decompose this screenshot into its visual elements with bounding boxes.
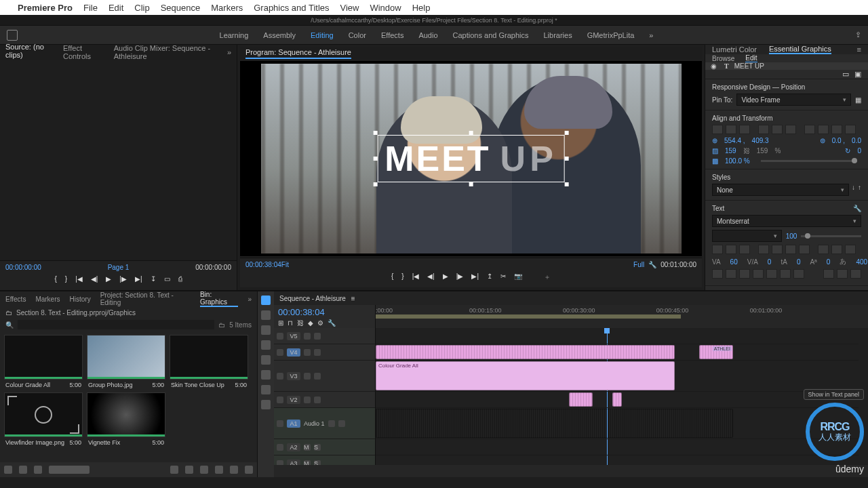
text-justify-icon[interactable] bbox=[758, 245, 769, 254]
sync-style-icon[interactable]: ↑ bbox=[858, 184, 861, 196]
extract-icon[interactable]: ✂ bbox=[500, 272, 506, 282]
new-item-icon[interactable] bbox=[230, 466, 238, 474]
track-select-tool-icon[interactable] bbox=[261, 310, 271, 320]
lift-icon[interactable]: ↥ bbox=[487, 272, 492, 282]
solo-icon[interactable] bbox=[338, 420, 345, 427]
in-out-range[interactable] bbox=[376, 314, 681, 319]
app-name[interactable]: Premiere Pro bbox=[18, 3, 73, 13]
menu-view[interactable]: View bbox=[340, 3, 359, 13]
program-fit[interactable]: Fit bbox=[281, 261, 289, 268]
smallcaps-icon[interactable] bbox=[753, 269, 764, 279]
text-align-center-icon[interactable] bbox=[726, 245, 736, 254]
group-icon[interactable]: ▣ bbox=[854, 70, 861, 79]
clip-v3[interactable]: Colour Grade All bbox=[376, 361, 675, 390]
track-a2[interactable]: A2MS bbox=[274, 439, 375, 455]
selection-tool-icon[interactable] bbox=[261, 296, 271, 305]
text-justify2-icon[interactable] bbox=[772, 245, 783, 254]
menu-file[interactable]: File bbox=[83, 3, 98, 13]
rot-val[interactable]: 0 bbox=[857, 147, 861, 155]
source-page[interactable]: Page 1 bbox=[108, 264, 130, 271]
faux-bold-icon[interactable] bbox=[712, 269, 723, 279]
export-frame-icon[interactable]: ⎙ bbox=[178, 275, 182, 283]
link-icon[interactable]: ⛓ bbox=[743, 147, 750, 155]
pin-target-icon[interactable]: ▦ bbox=[855, 96, 861, 104]
step-fwd-icon[interactable]: |▶ bbox=[119, 275, 127, 283]
tab-effect-controls[interactable]: Effect Controls bbox=[63, 44, 100, 60]
menu-graphics[interactable]: Graphics and Titles bbox=[254, 3, 329, 13]
list-view-icon[interactable] bbox=[4, 466, 12, 474]
baseline[interactable]: 0 bbox=[827, 258, 831, 266]
ltr-icon[interactable] bbox=[823, 269, 834, 279]
ws-color[interactable]: Color bbox=[349, 31, 366, 39]
track-v4[interactable]: V4 bbox=[274, 344, 375, 361]
pos-y[interactable]: 409.3 bbox=[752, 137, 769, 144]
track-area[interactable]: ATHLEI Colour Grade All bbox=[376, 328, 868, 465]
panel-menu-icon[interactable]: ≡ bbox=[351, 295, 355, 302]
clip-a1[interactable] bbox=[376, 409, 733, 438]
text-align-right-icon[interactable] bbox=[739, 245, 750, 254]
panel-overflow-icon[interactable]: » bbox=[227, 48, 231, 56]
title-text-selected[interactable]: MEETUP bbox=[377, 135, 565, 182]
program-monitor[interactable]: MEETUP bbox=[240, 61, 702, 256]
bin-item[interactable]: Skin Tone Close Up5:00 bbox=[170, 335, 248, 388]
ws-editing[interactable]: Editing bbox=[311, 31, 334, 39]
tab-essential-graphics[interactable]: Essential Graphics bbox=[769, 45, 831, 54]
push-style-icon[interactable]: ↓ bbox=[852, 184, 855, 196]
layer-row[interactable]: ◉ T MEET UP bbox=[705, 62, 868, 70]
align-right-icon[interactable] bbox=[739, 125, 750, 134]
subscript-icon[interactable] bbox=[780, 269, 791, 279]
ripple-tool-icon[interactable] bbox=[261, 325, 271, 335]
add-button-icon[interactable]: ＋ bbox=[544, 272, 551, 282]
mark-in-icon[interactable]: { bbox=[54, 275, 56, 283]
go-in-icon[interactable]: |◀ bbox=[412, 272, 420, 282]
new-bin-icon[interactable] bbox=[215, 466, 223, 474]
menu-clip[interactable]: Clip bbox=[134, 3, 149, 13]
dist-c1-icon[interactable] bbox=[831, 125, 842, 134]
lock-icon[interactable] bbox=[277, 333, 283, 340]
ws-assembly[interactable]: Assembly bbox=[263, 31, 296, 39]
clip-v4[interactable] bbox=[376, 345, 675, 359]
menu-window[interactable]: Window bbox=[370, 3, 401, 13]
mark-in-icon[interactable]: { bbox=[391, 272, 393, 282]
tab-markers[interactable]: Markers bbox=[35, 296, 60, 303]
tsume[interactable]: 400 bbox=[856, 258, 867, 266]
menu-edit[interactable]: Edit bbox=[108, 3, 123, 13]
clip-v2b[interactable] bbox=[612, 392, 622, 407]
pen-tool-icon[interactable] bbox=[261, 370, 271, 380]
bin-item[interactable]: Colour Grade All5:00 bbox=[4, 335, 83, 388]
step-back-icon[interactable]: ◀| bbox=[427, 272, 435, 282]
anc-x[interactable]: 0.0 , bbox=[832, 137, 845, 144]
anc-y[interactable]: 0.0 bbox=[852, 137, 861, 144]
play-icon[interactable]: ▶ bbox=[106, 275, 111, 283]
source-timecode-left[interactable]: 00:00:00:00 bbox=[5, 264, 41, 271]
ws-audio[interactable]: Audio bbox=[418, 31, 437, 39]
faux-italic-icon[interactable] bbox=[726, 269, 736, 279]
align-vcenter-icon[interactable] bbox=[772, 125, 783, 134]
zoom-slider[interactable] bbox=[49, 466, 90, 474]
align-top-icon[interactable] bbox=[758, 125, 769, 134]
text-mid-icon[interactable] bbox=[831, 245, 842, 254]
sort-icon[interactable] bbox=[170, 466, 178, 474]
ws-captions[interactable]: Captions and Graphics bbox=[453, 31, 529, 39]
font-select[interactable]: Montserrat bbox=[712, 215, 861, 227]
icon-view-icon[interactable] bbox=[19, 466, 27, 474]
mark-out-icon[interactable]: } bbox=[401, 272, 403, 282]
menu-sequence[interactable]: Sequence bbox=[161, 3, 201, 13]
tab-history[interactable]: History bbox=[70, 296, 91, 303]
freeform-icon[interactable] bbox=[34, 466, 42, 474]
text-align-left-icon[interactable] bbox=[712, 245, 723, 254]
eg-browse[interactable]: Browse bbox=[712, 55, 734, 62]
mark-out-icon[interactable]: } bbox=[65, 275, 67, 283]
superscript-icon[interactable] bbox=[766, 269, 777, 279]
clip-v4b[interactable]: ATHLEI bbox=[699, 345, 733, 359]
wrench-icon[interactable]: 🔧 bbox=[648, 261, 656, 268]
type-tool-icon[interactable] bbox=[261, 400, 271, 409]
step-fwd-icon[interactable]: |▶ bbox=[456, 272, 464, 282]
find-icon[interactable] bbox=[200, 466, 208, 474]
rtl-icon[interactable] bbox=[837, 269, 848, 279]
automate-icon[interactable] bbox=[185, 466, 193, 474]
bin-item[interactable]: Vignette Fix5:00 bbox=[87, 392, 165, 446]
text-bot-icon[interactable] bbox=[845, 245, 856, 254]
ws-effects[interactable]: Effects bbox=[381, 31, 403, 39]
pos-x[interactable]: 554.4 , bbox=[724, 137, 745, 144]
